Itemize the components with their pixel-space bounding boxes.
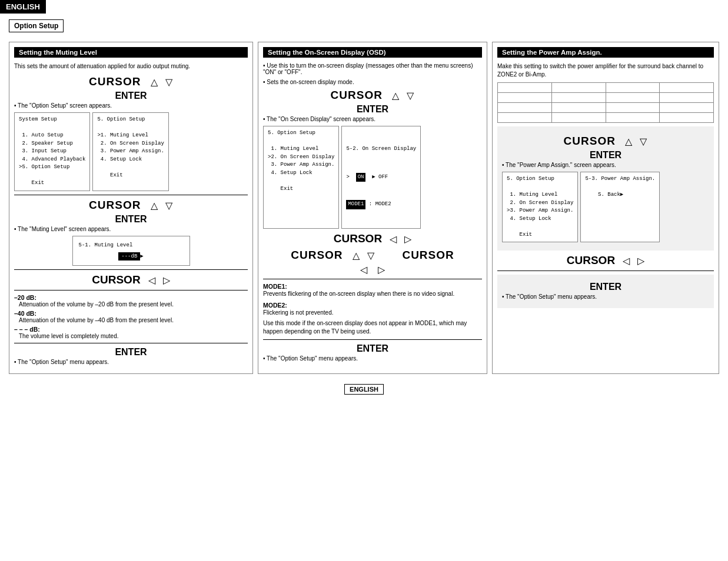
middle-bullet-intro1: • Use this to turn the on-screen display… [263, 62, 482, 75]
right-enter2: ENTER [502, 282, 709, 292]
left-menu1: System Setup 1. Auto Setup 2. Speaker Se… [14, 112, 248, 191]
right-menu1: 5. Option Setup 1. Muting Level 2. On Sc… [502, 172, 709, 242]
middle-menu1-right: 5-2. On Screen Display > ON ▶ OFF MODE1 … [341, 126, 421, 229]
mode1-highlight: MODE1 [346, 200, 365, 209]
left-intro: This sets the amount of attenuation appl… [14, 62, 248, 71]
divider1 [14, 195, 248, 195]
middle-divider2 [263, 339, 482, 340]
middle-cursor2: CURSOR ◁ ▷ [263, 232, 482, 245]
middle-divider1 [263, 279, 482, 279]
db-items: –20 dB: Attenuation of the volume by –20… [14, 294, 248, 339]
db-item-1-desc: Attenuation of the volume by –20 dB from… [19, 301, 248, 308]
footer: ENGLISH [9, 386, 719, 399]
mode1-label: MODE1: [263, 283, 482, 290]
middle-cursor3: CURSOR △ ▽ CURSOR [263, 249, 482, 262]
right-enter1: ENTER [502, 150, 709, 161]
power-table [497, 82, 714, 123]
option-setup-title: Option Setup [9, 19, 64, 32]
middle-menu1: 5. Option Setup 1. Muting Level >2. On S… [263, 126, 482, 229]
right-gray-section1: CURSOR △ ▽ ENTER • The "Power Amp Assign… [497, 126, 714, 251]
right-divider1 [497, 271, 714, 271]
columns-wrapper: Setting the Muting Level This sets the a… [9, 42, 719, 374]
left-bullet2: • The "Muting Level" screen appears. [14, 226, 248, 232]
muting-box-title: 5-1. Muting Level [79, 242, 184, 248]
muting-level-box: 5-1. Muting Level ---dB▶ [72, 236, 190, 266]
left-bullet1: • The "Option Setup" screen appears. [14, 102, 248, 109]
middle-menu1-left: 5. Option Setup 1. Muting Level >2. On S… [263, 126, 339, 229]
right-menu1-right: 5-3. Power Amp Assign. S. Back▶ [580, 172, 660, 242]
right-column: Setting the Power Amp Assign. Make this … [492, 42, 719, 374]
middle-bullet1: • The "On Screen Display" screen appears… [263, 116, 482, 122]
left-menu1-right: 5. Option Setup >1. Muting Level 2. On S… [92, 112, 168, 191]
right-menu1-left: 5. Option Setup 1. Muting Level 2. On Sc… [502, 172, 578, 242]
middle-bullet2: • The "Option Setup" menu appears. [263, 355, 482, 362]
left-enter3: ENTER [14, 347, 248, 358]
divider3 [14, 290, 248, 290]
left-bullet3: • The "Option Setup" menu appears. [14, 359, 248, 365]
middle-column: Setting the On-Screen Display (OSD) • Us… [258, 42, 487, 374]
page-content: Option Setup Setting the Muting Level Th… [0, 14, 728, 405]
db-item-1-label: –20 dB: [14, 294, 248, 301]
middle-bullet-intro2: • Sets the on-screen display mode. [263, 79, 482, 85]
db-item-2-label: –40 dB: [14, 310, 248, 317]
right-cursor2: CURSOR ◁ ▷ [497, 254, 714, 267]
db-item-3-desc: The volume level is completely muted. [19, 333, 248, 339]
header-lang-label: ENGLISH [0, 0, 46, 14]
right-bullet1: • The "Power Amp Assign." screen appears… [502, 162, 709, 168]
middle-cursor1: CURSOR △ ▽ [263, 89, 482, 102]
right-bullet2: • The "Option Setup" menu appears. [502, 293, 709, 300]
on-highlight: ON [356, 173, 366, 182]
left-column: Setting the Muting Level This sets the a… [9, 42, 253, 374]
left-enter1: ENTER [14, 91, 248, 101]
mode2-desc1: Flickering is not prevented. [263, 309, 482, 317]
mode1-desc: Prevents flickering of the on-screen dis… [263, 290, 482, 298]
footer-lang: ENGLISH [344, 384, 384, 395]
middle-lr-arrows: ◁ ▷ [263, 264, 482, 275]
header: ENGLISH [0, 0, 728, 14]
mode2-desc2: Use this mode if the on-screen display d… [263, 319, 482, 336]
db-item-3-label: – – – dB: [14, 326, 248, 333]
left-cursor2: CURSOR △ ▽ [14, 199, 248, 212]
muting-value-highlight: ---dB [118, 252, 140, 261]
left-menu1-left: System Setup 1. Auto Setup 2. Speaker Se… [14, 112, 90, 191]
divider2 [14, 269, 248, 270]
right-intro: Make this setting to switch the power am… [497, 62, 714, 79]
muting-box-value: ---dB▶ [79, 253, 184, 259]
db-item-2-desc: Attenuation of the volume by –40 dB from… [19, 317, 248, 323]
middle-enter2: ENTER [263, 343, 482, 354]
left-section-title: Setting the Muting Level [14, 47, 248, 58]
divider4 [14, 343, 248, 343]
mode2-label: MODE2: [263, 302, 482, 309]
left-cursor1: CURSOR △ ▽ [14, 75, 248, 88]
right-gray-section2: ENTER • The "Option Setup" menu appears. [497, 275, 714, 308]
right-section-title: Setting the Power Amp Assign. [497, 47, 714, 58]
right-cursor1: CURSOR △ ▽ [502, 135, 709, 148]
left-cursor3: CURSOR ◁ ▷ [14, 273, 248, 286]
middle-section-title: Setting the On-Screen Display (OSD) [263, 47, 482, 58]
middle-enter1: ENTER [263, 104, 482, 115]
left-enter2: ENTER [14, 214, 248, 225]
